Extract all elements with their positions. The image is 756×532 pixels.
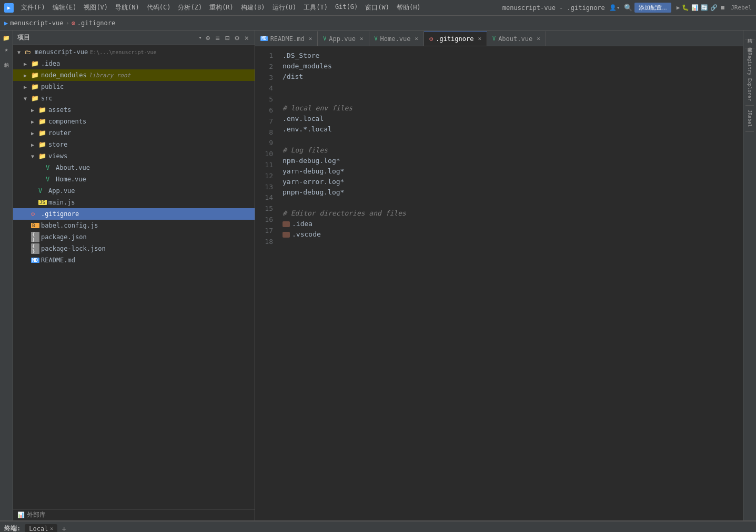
folder-icon-idea: 📁 xyxy=(31,60,39,67)
tree-item-gitignore[interactable]: ⚙ .gitignore xyxy=(13,208,255,220)
tree-item-root[interactable]: ▼ 🗁 menuscript-vue E:\...\menuscript-vue xyxy=(13,46,255,58)
line-num-2: 2 xyxy=(255,62,273,73)
tab-gitignore[interactable]: ⚙ .gitignore × xyxy=(424,31,487,46)
terminal-tab-local[interactable]: Local × xyxy=(25,524,57,533)
editor-content: 1 2 3 4 5 6 7 8 9 10 11 12 13 14 15 16 1… xyxy=(255,46,743,520)
terminal-add-button[interactable]: + xyxy=(62,525,66,533)
code-line-1: .DS_Store xyxy=(283,50,737,61)
tree-item-public[interactable]: ▶ 📁 public xyxy=(13,81,255,93)
tree-item-package-lock-json[interactable]: { } package-lock.json xyxy=(13,243,255,254)
tree-item-views[interactable]: ▼ 📁 views xyxy=(13,150,255,162)
vert-label-favorites[interactable]: 收藏夹 xyxy=(745,39,755,48)
tab-home-vue[interactable]: V Home.vue × xyxy=(369,31,424,46)
tree-item-readme[interactable]: MD README.md xyxy=(13,254,255,266)
js-icon-main: JS xyxy=(38,200,47,205)
tab-close-about-vue[interactable]: × xyxy=(537,35,540,42)
code-line-13: yarn-error.log* xyxy=(283,177,737,187)
terminal-tab-local-close[interactable]: × xyxy=(50,526,53,531)
tree-label-src: src xyxy=(41,95,53,102)
menu-help[interactable]: 帮助(H) xyxy=(394,2,424,13)
menu-navigate[interactable]: 导航(N) xyxy=(112,2,143,13)
tree-item-router[interactable]: ▶ 📁 router xyxy=(13,127,255,139)
line-num-5: 5 xyxy=(255,94,273,105)
code-text-2: node_modules xyxy=(283,61,332,72)
coverage-button[interactable]: 🔄 xyxy=(701,4,708,11)
tree-item-idea[interactable]: ▶ 📁 .idea xyxy=(13,58,255,69)
panel-action-collapse[interactable]: ⊟ xyxy=(224,33,231,43)
vert-label-jrebel[interactable]: JRebel xyxy=(745,106,754,132)
tree-item-package-json[interactable]: { } package.json xyxy=(13,231,255,243)
tree-item-babel-config[interactable]: B babel.config.js xyxy=(13,220,255,231)
babel-icon: B xyxy=(31,223,39,228)
tree-item-src[interactable]: ▼ 📁 src xyxy=(13,93,255,104)
menu-code[interactable]: 代码(C) xyxy=(144,2,174,13)
tab-close-home-vue[interactable]: × xyxy=(415,35,418,42)
stop-button[interactable]: ⏹ xyxy=(720,4,725,11)
tab-app-vue[interactable]: V App.vue × xyxy=(318,31,369,46)
attach-button[interactable]: 🔗 xyxy=(710,4,718,11)
panel-action-gear[interactable]: ⚙ xyxy=(233,33,240,43)
external-libs-row[interactable]: 📊 外部库 xyxy=(13,509,255,520)
tab-readme[interactable]: MD README.md × xyxy=(255,31,318,46)
menu-git[interactable]: Git(G) xyxy=(332,2,361,13)
run-button[interactable]: ▶ xyxy=(677,4,680,11)
tab-close-gitignore[interactable]: × xyxy=(478,35,481,42)
tree-arrow-public: ▶ xyxy=(24,84,31,90)
vert-label-registry-explorer[interactable]: Registry Explorer xyxy=(745,48,754,106)
menu-view[interactable]: 视图(V) xyxy=(80,2,111,13)
menu-file[interactable]: 文件(F) xyxy=(18,2,48,13)
tree-item-components[interactable]: ▶ 📁 components xyxy=(13,116,255,127)
tree-item-assets[interactable]: ▶ 📁 assets xyxy=(13,104,255,116)
line-num-6: 6 xyxy=(255,105,273,116)
tree-item-node-modules[interactable]: ▶ 📁 node_modules library root xyxy=(13,69,255,81)
vert-label-structure[interactable]: 结构 xyxy=(745,30,755,39)
tree-item-home-vue[interactable]: V Home.vue xyxy=(13,173,255,185)
panel-action-scroll[interactable]: ≡ xyxy=(214,33,221,43)
menu-build[interactable]: 构建(B) xyxy=(238,2,268,13)
menu-run[interactable]: 运行(U) xyxy=(269,2,300,13)
profile-button[interactable]: 📊 xyxy=(691,4,699,11)
panel-actions: ⊕ ≡ ⊟ ⚙ × xyxy=(204,33,250,43)
breadcrumb-file[interactable]: ⚙ .gitignore xyxy=(72,19,115,27)
code-line-16: # Editor directories and files xyxy=(283,208,737,219)
tree-label-public: public xyxy=(41,83,64,90)
main-layout: 📁 ★ 结构 项目 ▾ ⊕ ≡ ⊟ ⚙ × ▼ 🗁 menuscript-vue… xyxy=(0,30,756,520)
search-icon[interactable]: 🔍 xyxy=(624,4,632,12)
side-icon-project[interactable]: 📁 xyxy=(1,33,12,43)
external-libs-icon: 📊 xyxy=(17,511,25,518)
side-icon-structure[interactable]: 结构 xyxy=(1,56,12,62)
folder-icon-public: 📁 xyxy=(31,83,39,90)
code-comment-10: # Log files xyxy=(283,145,328,156)
menu-window[interactable]: 窗口(W) xyxy=(362,2,392,13)
menu-edit[interactable]: 编辑(E) xyxy=(49,2,80,13)
panel-action-close[interactable]: × xyxy=(243,33,250,43)
tab-close-app-vue[interactable]: × xyxy=(360,35,364,42)
tree-item-about-vue[interactable]: V About.vue xyxy=(13,162,255,173)
panel-dropdown[interactable]: ▾ xyxy=(198,34,202,41)
add-config-button[interactable]: 添加配置... xyxy=(634,3,671,13)
code-editor[interactable]: .DS_Store node_modules /dist # local env… xyxy=(276,46,743,520)
tab-about-vue[interactable]: V About.vue × xyxy=(487,31,546,46)
menu-refactor[interactable]: 重构(R) xyxy=(206,2,237,13)
tree-item-app-vue[interactable]: V App.vue xyxy=(13,185,255,197)
json-icon-package-lock: { } xyxy=(31,243,39,254)
breadcrumb-project[interactable]: ▶ menuscript-vue xyxy=(4,19,63,27)
tab-label-readme: README.md xyxy=(270,35,305,43)
menu-analyze[interactable]: 分析(Z) xyxy=(175,2,205,13)
tree-arrow-components: ▶ xyxy=(31,119,38,125)
tree-item-main-js[interactable]: JS main.js xyxy=(13,197,255,208)
tab-label-app-vue: App.vue xyxy=(329,35,356,43)
code-line-2: node_modules xyxy=(283,61,737,71)
tree-label-router: router xyxy=(48,129,71,137)
tree-label-babel-config: babel.config.js xyxy=(41,222,98,229)
code-text-12: yarn-debug.log* xyxy=(283,166,344,177)
md-icon-readme: MD xyxy=(31,258,39,263)
tree-label-store: store xyxy=(48,141,67,148)
panel-action-new[interactable]: ⊕ xyxy=(204,33,211,43)
tab-close-readme[interactable]: × xyxy=(309,35,313,42)
menu-tools[interactable]: 工具(T) xyxy=(300,2,331,13)
debug-button[interactable]: 🐛 xyxy=(682,4,689,11)
tree-item-store[interactable]: ▶ 📁 store xyxy=(13,139,255,150)
side-icon-bookmark[interactable]: ★ xyxy=(1,44,12,55)
code-text-13: yarn-error.log* xyxy=(283,177,344,188)
